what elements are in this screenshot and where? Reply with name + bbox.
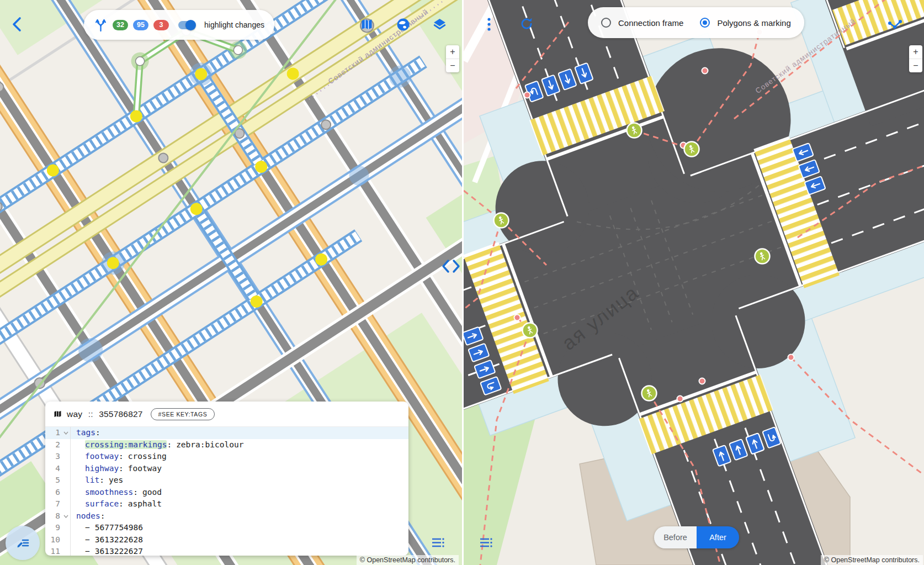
code-line: 8 nodes: bbox=[45, 510, 408, 522]
render-mode-switcher: Connection frame Polygons & marking bbox=[588, 7, 804, 38]
branch-changes-icon bbox=[94, 18, 108, 32]
render-map-canvas[interactable]: ая улица Советский административный bbox=[464, 0, 924, 565]
after-button[interactable]: After bbox=[697, 526, 739, 548]
map-icon bbox=[360, 18, 374, 31]
back-button[interactable] bbox=[10, 15, 26, 33]
attribution: © OpenStreetMap contributors. bbox=[357, 555, 459, 565]
created-count-badge: 32 bbox=[113, 20, 128, 30]
globe-icon bbox=[396, 18, 410, 31]
refresh-button[interactable] bbox=[519, 16, 534, 31]
highlight-changes-label: highlight changes bbox=[204, 20, 264, 29]
deleted-count-badge: 3 bbox=[153, 20, 169, 30]
feature-header: way :: 355786827 #SEE KEY:TAGS bbox=[45, 402, 408, 427]
zoom-control-right: + − bbox=[909, 45, 922, 72]
feature-type: way bbox=[67, 409, 82, 419]
code-line: 1 tags: bbox=[45, 427, 408, 439]
code-line: 11 −3613222627 bbox=[45, 546, 408, 556]
code-line: 7 surface:asphalt bbox=[45, 498, 408, 510]
share-nodes-icon bbox=[888, 18, 902, 31]
zoom-in-button[interactable]: + bbox=[909, 45, 922, 59]
list-legend-icon bbox=[431, 537, 445, 549]
radio-unselected-icon bbox=[601, 18, 611, 28]
changes-toolbar: 32 95 3 highlight changes bbox=[84, 10, 274, 40]
way-icon bbox=[54, 410, 62, 418]
toggle-knob bbox=[185, 20, 196, 30]
edit-list-icon bbox=[15, 536, 30, 550]
collapse-caret-icon[interactable] bbox=[63, 515, 68, 518]
feature-title-separator: :: bbox=[88, 409, 93, 419]
list-legend-icon bbox=[479, 537, 493, 549]
legend-button[interactable] bbox=[431, 537, 445, 549]
zoom-control-left: + − bbox=[446, 45, 459, 72]
openstreetmap-link[interactable]: OpenStreetMap bbox=[367, 556, 415, 564]
feature-title: way :: 355786827 bbox=[67, 409, 143, 419]
layers-icon bbox=[432, 17, 447, 32]
radio-selected-icon bbox=[700, 18, 710, 28]
code-line: 2 crossing:markings:zebra:bicolour bbox=[45, 439, 408, 451]
map-panel-changes: Советский административный 32 95 3 highl… bbox=[0, 0, 462, 565]
zoom-out-button[interactable]: − bbox=[909, 59, 922, 72]
panel-divider[interactable] bbox=[462, 0, 464, 565]
changeset-viewer-app: Советский административный 32 95 3 highl… bbox=[0, 0, 924, 565]
code-line: 10 −3613222628 bbox=[45, 534, 408, 546]
layers-button[interactable] bbox=[432, 17, 447, 32]
see-key-tags-button[interactable]: #SEE KEY:TAGS bbox=[151, 408, 215, 420]
map-panel-render: ая улица Советский административный Conn… bbox=[464, 0, 924, 565]
collapse-caret-icon[interactable] bbox=[63, 431, 68, 435]
highlight-changes-toggle[interactable] bbox=[178, 21, 195, 29]
satellite-view-button[interactable] bbox=[395, 17, 411, 32]
openstreetmap-link[interactable]: OpenStreetMap bbox=[831, 556, 879, 564]
code-line: 4 highway:footway bbox=[45, 463, 408, 475]
code-line: 6 smoothness:good bbox=[45, 487, 408, 499]
code-line: 3 footway:crossing bbox=[45, 451, 408, 463]
code-line: 5 lit:yes bbox=[45, 474, 408, 487]
feature-info-panel: way :: 355786827 #SEE KEY:TAGS 1 tags: 2… bbox=[45, 402, 408, 556]
edit-list-fab-button[interactable] bbox=[6, 526, 40, 560]
option-connection-frame[interactable]: Connection frame bbox=[601, 18, 683, 28]
back-chevron-icon bbox=[10, 15, 26, 33]
more-options-button[interactable] bbox=[481, 17, 497, 32]
zoom-in-button[interactable]: + bbox=[446, 45, 459, 59]
before-after-toggle: Before After bbox=[654, 526, 739, 548]
feature-id: 355786827 bbox=[99, 409, 142, 419]
before-button[interactable]: Before bbox=[654, 526, 697, 548]
tag-editor[interactable]: 1 tags: 2 crossing:markings:zebra:bicolo… bbox=[45, 427, 408, 556]
map-view-button[interactable] bbox=[359, 17, 374, 32]
panel-resize-handle[interactable] bbox=[441, 258, 461, 276]
option-polygons-marking[interactable]: Polygons & marking bbox=[700, 18, 790, 28]
share-button[interactable] bbox=[887, 17, 902, 32]
refresh-icon bbox=[519, 17, 534, 31]
legend-button[interactable] bbox=[479, 537, 493, 549]
code-line: 9 −5677754986 bbox=[45, 522, 408, 534]
chevron-left-right-icon bbox=[441, 258, 461, 274]
modified-count-badge: 95 bbox=[133, 20, 148, 30]
map-style-switcher bbox=[359, 17, 447, 32]
kebab-menu-icon bbox=[487, 17, 491, 31]
zoom-out-button[interactable]: − bbox=[446, 59, 459, 72]
attribution: © OpenStreetMap contributors. bbox=[821, 555, 923, 565]
